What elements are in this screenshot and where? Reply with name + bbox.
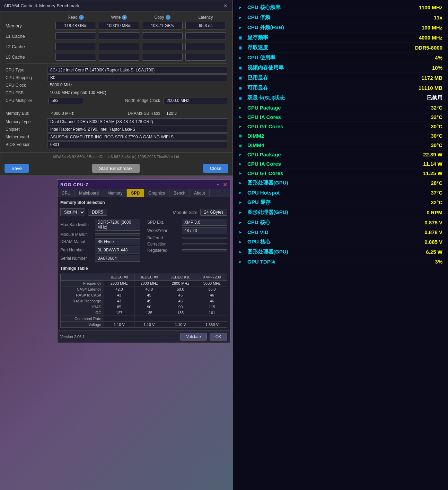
timing-val-1: 45 bbox=[134, 292, 164, 298]
cpu-multiplier-value: 58x bbox=[49, 97, 83, 104]
arrow-right-icon: ➤ bbox=[238, 171, 244, 176]
validate-button[interactable]: Validate bbox=[180, 333, 207, 341]
l1-write-value bbox=[99, 32, 139, 40]
hw-label: CPU Package bbox=[247, 105, 401, 111]
arrow-right-icon: ➤ bbox=[238, 105, 244, 110]
arrow-right-icon: ➤ bbox=[238, 115, 244, 120]
part-number-label: Part Number bbox=[60, 248, 95, 252]
cpu-type-label: CPU Type bbox=[6, 67, 47, 74]
tab-spd[interactable]: SPD bbox=[127, 189, 144, 197]
ddr-type: DDR5 bbox=[88, 209, 107, 216]
hw-label: 显存频率 bbox=[247, 34, 401, 41]
north-bridge-label: North Bridge Clock bbox=[114, 97, 162, 104]
hw-value: 37°C bbox=[404, 190, 442, 196]
hw-value: 0.878 V bbox=[404, 229, 442, 235]
cpuz-minimize[interactable]: − bbox=[215, 181, 221, 188]
timing-val-0: 85 bbox=[104, 304, 134, 310]
week-year-value: 48 / 23 bbox=[182, 227, 227, 234]
aida-footer: AIDA64 v6.92.6604 / BenchDLL 4.6.882.8-x… bbox=[0, 152, 232, 161]
write-info-icon[interactable]: i bbox=[122, 15, 127, 20]
hw-row: ▣已用显存1172 MB bbox=[236, 73, 445, 83]
hw-label: 图形处理器(GPU) bbox=[247, 209, 401, 216]
tab-memory[interactable]: Memory bbox=[103, 189, 127, 197]
hw-label: 图形处理器(GPU) bbox=[247, 249, 401, 255]
latency-header: Latency bbox=[184, 15, 227, 20]
l2-copy-value bbox=[142, 43, 183, 50]
memory-bench-row: Memory 118.48 GB/s 100010 MB/s 103.71 GB… bbox=[6, 22, 227, 29]
registered-row: Registered bbox=[147, 248, 227, 253]
hw-value: 100 MHz bbox=[404, 25, 442, 31]
tab-mainboard[interactable]: Mainboard bbox=[75, 189, 103, 197]
part-number-row: Part Number BL.9BWWR.448 bbox=[60, 247, 140, 253]
timing-val-3: 161 bbox=[197, 310, 227, 316]
l1-read-value bbox=[55, 32, 96, 40]
start-benchmark-button[interactable]: Start Benchmark bbox=[92, 164, 140, 173]
hw-value: 11.25 W bbox=[404, 170, 442, 176]
tab-cpu[interactable]: CPU bbox=[58, 189, 75, 197]
hw-row: ➤CPU GT Cores30°C bbox=[236, 122, 445, 131]
monitor-icon: ▣ bbox=[238, 66, 244, 70]
ok-button[interactable]: OK bbox=[210, 333, 227, 341]
hw-row: ▣存取速度DDR5-8000 bbox=[236, 43, 445, 53]
cpu-clock-label: CPU Clock bbox=[6, 82, 47, 89]
hw-label: CPU 使用率 bbox=[247, 54, 401, 61]
motherboard-value: ASUSTeK COMPUTER INC. ROG STRIX Z790-A G… bbox=[47, 134, 227, 140]
buffered-label: Buffered bbox=[147, 235, 182, 240]
arrow-right-icon: ➤ bbox=[238, 259, 244, 264]
hw-label: 图形处理器(GPU) bbox=[247, 180, 401, 186]
monitor-icon: ▣ bbox=[238, 76, 244, 80]
hw-label: CPU VID bbox=[247, 229, 401, 235]
cpuz-left-col: Max Bandwidth DDR5-7200 (3600 MHz) Modul… bbox=[60, 219, 140, 263]
l2-read-value bbox=[55, 43, 96, 50]
save-button[interactable]: Save bbox=[5, 164, 29, 173]
hw-value: 11110 MB bbox=[404, 85, 442, 91]
cpuz-version: Version 2.06.1 bbox=[60, 335, 85, 339]
hw-row: ➤图形处理器(GPU)6.25 W bbox=[236, 247, 445, 257]
aida-close-button[interactable]: Close bbox=[203, 164, 228, 173]
timing-val-1 bbox=[134, 316, 164, 322]
hw-row: ➤CPU 外频(FSB)100 MHz bbox=[236, 23, 445, 33]
hw-label: CPU 外频(FSB) bbox=[247, 24, 401, 31]
hw-value: 3% bbox=[404, 259, 442, 265]
arrow-right-icon: ➤ bbox=[238, 200, 244, 205]
l3-copy-value bbox=[142, 53, 183, 61]
max-bw-label: Max Bandwidth bbox=[60, 222, 95, 227]
hw-row: ➤CPU 核心频率1100 MHz bbox=[236, 3, 445, 12]
l1-label: L1 Cache bbox=[6, 34, 54, 39]
cpuz-close-button[interactable]: ✕ bbox=[223, 181, 227, 188]
cpu-clock-value: 5800.0 MHz bbox=[47, 82, 227, 89]
timing-val-2: 50.0 bbox=[164, 286, 197, 292]
tab-about[interactable]: About bbox=[190, 189, 209, 197]
monitor-icon: ▣ bbox=[238, 96, 244, 101]
titlebar-controls: − ✕ bbox=[214, 3, 229, 9]
close-button[interactable]: ✕ bbox=[222, 3, 229, 9]
read-info-icon[interactable]: i bbox=[79, 15, 84, 20]
hw-row: ➤图形处理器(GPU)0 RPM bbox=[236, 208, 445, 217]
memory-write-value: 100010 MB/s bbox=[99, 22, 139, 29]
tab-graphics[interactable]: Graphics bbox=[144, 189, 169, 197]
write-header: Write i bbox=[97, 15, 141, 20]
hw-value: 22.39 W bbox=[404, 152, 442, 157]
module-manuf-row: Module Manuf. bbox=[60, 232, 140, 237]
timing-val-1: 2800 MHz bbox=[134, 281, 164, 286]
cpu-stepping-row: CPU Stepping B0 bbox=[6, 74, 227, 81]
bios-label: BIOS Version bbox=[6, 141, 47, 148]
cpuz-tabs: CPU Mainboard Memory SPD Graphics Bench … bbox=[58, 189, 230, 197]
arrow-right-icon: ➤ bbox=[238, 230, 244, 235]
tab-bench[interactable]: Bench bbox=[169, 189, 190, 197]
l3-read-value bbox=[55, 53, 96, 61]
hw-row: ➤GPU 核心0.885 V bbox=[236, 237, 445, 247]
timing-val-2 bbox=[164, 316, 197, 322]
aida-titlebar: AIDA64 Cache & Memory Benchmark − ✕ bbox=[0, 0, 232, 11]
minimize-button[interactable]: − bbox=[214, 3, 219, 9]
timing-col-jedec10: JEDEC #10 bbox=[164, 274, 197, 281]
memory-copy-value: 103.71 GB/s bbox=[142, 22, 183, 29]
copy-info-icon[interactable]: i bbox=[166, 15, 170, 20]
slot-select[interactable]: Slot #4 bbox=[60, 208, 85, 216]
cpuz-right-col: SPD Ext. XMP 3.0 Week/Year 48 / 23 Buffe… bbox=[147, 219, 227, 263]
monitor-icon: ▣ bbox=[238, 134, 244, 138]
hw-value: 4000 MHz bbox=[404, 35, 442, 41]
hw-row: ➤CPU Package22.39 W bbox=[236, 150, 445, 159]
timing-label: Frequency bbox=[61, 281, 104, 286]
monitor-icon: ▣ bbox=[238, 86, 244, 91]
